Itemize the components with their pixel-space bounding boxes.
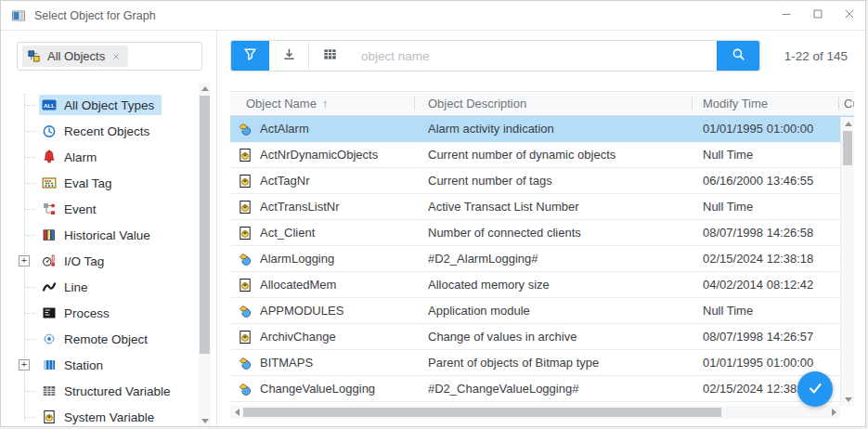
sidebar-item-label: All Object Types — [64, 98, 154, 112]
search-input[interactable] — [350, 41, 717, 71]
object-parent-icon — [238, 304, 253, 318]
tree-tick — [25, 235, 35, 236]
column-header-modify-time[interactable]: Modify Time — [692, 92, 838, 115]
filter-chip[interactable]: All Objects — [22, 46, 128, 67]
object-description: #D2_ChangeValueLogging# — [414, 382, 692, 396]
table-row-allocatedmem[interactable]: AllocatedMemAllocated memory size04/02/2… — [230, 272, 854, 298]
table-row-actalarm[interactable]: ActAlarmAlarm activity indication01/01/1… — [230, 116, 854, 142]
sidebar-item-all-object-types[interactable]: ALLAll Object Types — [1, 92, 216, 118]
maximize-button[interactable] — [802, 1, 834, 31]
table-vscroll-thumb[interactable] — [843, 131, 852, 165]
column-header-cu[interactable]: Cu — [838, 92, 854, 115]
table-row-acttagnr[interactable]: ActTagNrCurrent number of tags06/16/2000… — [230, 168, 854, 194]
sidebar-item-remote-object[interactable]: Remote Object — [1, 326, 216, 352]
check-icon — [805, 378, 825, 401]
table-row-archivchange[interactable]: ArchivChangeChange of values in archive0… — [230, 324, 854, 350]
table-header: Object Name ↑ Object Description Modify … — [230, 91, 854, 116]
recent-objects-icon — [42, 124, 57, 138]
minimize-icon — [780, 7, 793, 23]
table-row-act-client[interactable]: Act_ClientNumber of connected clients08/… — [230, 220, 854, 246]
filter-button[interactable] — [231, 41, 269, 71]
system-variable-icon — [238, 174, 253, 188]
sidebar-item-line[interactable]: Line — [1, 274, 216, 300]
maximize-icon — [811, 7, 824, 23]
sidebar-item-label: Historical Value — [64, 228, 150, 242]
object-name: ActNrDynamicObjects — [260, 148, 378, 162]
sidebar-item-station[interactable]: +Station — [1, 352, 216, 378]
export-button[interactable] — [269, 41, 309, 71]
table-row-actnrdynamicobjects[interactable]: ActNrDynamicObjectsCurrent number of dyn… — [230, 142, 854, 168]
sidebar-item-eval-tag[interactable]: Eval Tag — [1, 170, 216, 196]
io-tag-icon — [42, 254, 57, 268]
close-button[interactable] — [834, 1, 865, 31]
window-title: Select Object for Graph — [34, 9, 156, 22]
historical-value-icon — [42, 228, 57, 242]
columns-button[interactable] — [309, 41, 350, 71]
tree-tick — [25, 157, 35, 158]
scroll-right-icon[interactable] — [828, 406, 839, 419]
sidebar-item-i-o-tag[interactable]: +I/O Tag — [1, 248, 216, 274]
table-row-bitmaps[interactable]: BITMAPSParent of objects of Bitmap type0… — [230, 350, 854, 376]
chip-remove-icon[interactable] — [110, 51, 122, 62]
sidebar-item-alarm[interactable]: Alarm — [1, 144, 216, 170]
table-vertical-scrollbar[interactable] — [840, 117, 854, 406]
tree-tick — [25, 339, 35, 340]
object-description: Change of values in archive — [414, 330, 692, 344]
search-button[interactable] — [717, 41, 759, 71]
object-type-tree: ALLAll Object TypesRecent ObjectsAlarmEv… — [1, 92, 216, 427]
remote-object-icon — [42, 332, 57, 346]
object-description: Active Transact List Number — [414, 200, 692, 214]
process-icon — [42, 306, 57, 320]
scroll-down-icon[interactable] — [841, 394, 855, 405]
system-variable-icon — [238, 200, 253, 214]
modify-time: 06/16/2000 13:46:55 — [692, 174, 838, 188]
table-row-appmodules[interactable]: APPMODULESApplication moduleNull Time — [230, 298, 854, 324]
column-header-object-name[interactable]: Object Name ↑ — [230, 92, 414, 115]
tree-tick — [25, 131, 35, 132]
sidebar-item-historical-value[interactable]: Historical Value — [1, 222, 216, 248]
object-description: Allocated memory size — [414, 278, 692, 292]
sidebar-item-system-variable[interactable]: System Variable — [1, 404, 216, 427]
table-row-alarmlogging[interactable]: AlarmLogging#D2_AlarmLogging#02/15/2024 … — [230, 246, 854, 272]
scroll-up-icon[interactable] — [841, 118, 855, 129]
sidebar-item-structured-variable[interactable]: Structured Variable — [1, 378, 216, 404]
object-name: AllocatedMem — [260, 278, 336, 292]
expand-plus-icon[interactable]: + — [19, 255, 30, 266]
table-body: ActAlarmAlarm activity indication01/01/1… — [230, 116, 854, 402]
sidebar-item-label: Event — [64, 202, 97, 216]
table-row-acttranslistnr[interactable]: ActTransListNrActive Transact List Numbe… — [230, 194, 854, 220]
confirm-button[interactable] — [797, 371, 833, 407]
sidebar: All Objects ALLAll Object TypesRecent Ob… — [1, 31, 217, 427]
eval-tag-icon — [42, 176, 57, 190]
sidebar-item-label: Recent Objects — [64, 124, 149, 138]
object-description: Current number of dynamic objects — [414, 148, 692, 162]
expand-plus-icon[interactable]: + — [19, 359, 30, 370]
object-parent-icon — [238, 122, 253, 136]
titlebar: Select Object for Graph — [1, 1, 865, 31]
object-description: Alarm activity indication — [414, 122, 692, 136]
tree-tick — [25, 417, 35, 418]
object-name: Act_Client — [260, 226, 315, 240]
sidebar-item-process[interactable]: Process — [1, 300, 216, 326]
object-parent-icon — [238, 382, 253, 396]
tree-tick — [25, 209, 35, 210]
column-header-object-description[interactable]: Object Description — [414, 92, 692, 115]
minimize-button[interactable] — [771, 1, 802, 31]
alarm-icon — [42, 150, 57, 164]
scroll-left-icon[interactable] — [231, 406, 242, 419]
sidebar-item-recent-objects[interactable]: Recent Objects — [1, 118, 216, 144]
magnifier-icon — [731, 46, 746, 65]
object-name: ActAlarm — [260, 122, 309, 136]
object-parent-icon — [238, 356, 253, 370]
table-row-changevaluelogging[interactable]: ChangeValueLogging#D2_ChangeValueLogging… — [230, 376, 854, 402]
object-name: ChangeValueLogging — [260, 382, 375, 396]
table-horizontal-scrollbar[interactable] — [230, 406, 840, 419]
filter-chip-box[interactable]: All Objects — [17, 42, 202, 71]
object-parent-icon — [238, 252, 253, 266]
main-panel: 1-22 of 145 Object Name ↑ Object Descrip… — [217, 31, 865, 427]
sidebar-item-event[interactable]: Event — [1, 196, 216, 222]
select-object-dialog: Select Object for Graph All Objects ALLA… — [0, 0, 866, 427]
object-description: Parent of objects of Bitmap type — [414, 356, 692, 370]
table-hscroll-thumb[interactable] — [243, 408, 721, 417]
sidebar-item-label: System Variable — [64, 410, 154, 424]
